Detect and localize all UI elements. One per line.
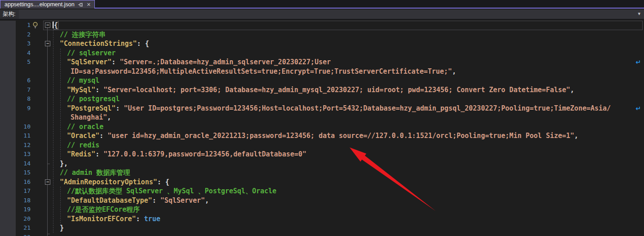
code-text: } — [53, 223, 64, 233]
code-line: 3−"ConnectionStrings": { — [0, 39, 644, 49]
line-number: 4 — [0, 49, 31, 58]
text-caret — [53, 22, 53, 28]
tab-bar: appsettings....elopment.json ✕ — [0, 0, 644, 9]
code-line: 19//是否监控EFCore程序 — [0, 205, 644, 214]
line-number: 18 — [0, 196, 31, 205]
code-text: { — [53, 21, 58, 30]
code-text: "IsMonitorEFCore": true — [53, 214, 160, 224]
code-line: Shanghai", — [0, 113, 644, 122]
code-text: Shanghai", — [53, 113, 111, 122]
code-line: 12// redis — [0, 141, 644, 150]
code-line: 13"Redis": "127.0.0.1:6379,password=1234… — [0, 150, 644, 159]
word-wrap-icon: ↵ — [635, 58, 641, 67]
code-text: // postgresql — [53, 94, 120, 104]
code-text: // 连接字符串 — [53, 30, 106, 40]
tab-title: appsettings....elopment.json — [4, 1, 75, 8]
code-line: 9"PostgreSql": "User ID=postgres;Passwor… — [0, 104, 644, 113]
code-text: // mysql — [53, 76, 99, 85]
code-line: 1 −{ — [0, 21, 644, 30]
fold-toggle[interactable]: − — [45, 41, 50, 46]
code-text: ID=sa;Password=123456;MultipleActiveResu… — [53, 67, 456, 76]
code-line: 14}, — [0, 159, 644, 169]
code-line: 8// postgresql — [0, 94, 644, 104]
code-editor[interactable]: 1 −{2// 连接字符串3−"ConnectionStrings": {4//… — [0, 21, 644, 236]
code-line: 6// mysql — [0, 76, 644, 85]
line-number: 3 — [0, 39, 31, 49]
line-number: 5 — [0, 58, 31, 67]
line-number: 16 — [0, 178, 31, 187]
line-number: 8 — [0, 94, 31, 104]
code-line: 16−"AdminRepositoryOptions": { — [0, 178, 644, 187]
line-number: 1 — [0, 21, 31, 30]
code-line: ID=sa;Password=123456;MultipleActiveResu… — [0, 67, 644, 76]
chevron-down-icon[interactable]: ▾ — [638, 11, 640, 17]
line-number: 2 — [0, 30, 31, 40]
line-number: 6 — [0, 76, 31, 85]
code-line: 17//默认数据库类型 SqlServer 、MySql 、PostgreSql… — [0, 187, 644, 196]
pin-icon[interactable] — [78, 2, 84, 8]
code-line: 11"Oracle": "user id=hzy_admin_oracle_20… — [0, 131, 644, 141]
code-line: 21} — [0, 223, 644, 233]
code-line: 2// 连接字符串 — [0, 30, 644, 40]
code-line: 10// oracle — [0, 122, 644, 132]
line-number: 15 — [0, 168, 31, 178]
lightbulb-icon — [32, 22, 39, 29]
code-text: //是否监控EFCore程序 — [53, 205, 140, 214]
code-text: // admin 数据库管理 — [53, 168, 130, 178]
schema-combobox[interactable]: ▾ — [19, 9, 644, 19]
line-number: 7 — [0, 85, 31, 95]
line-number: 20 — [0, 214, 31, 224]
document-tab[interactable]: appsettings....elopment.json ✕ — [0, 0, 95, 9]
word-wrap-icon: ↵ — [635, 104, 641, 113]
fold-toggle[interactable]: − — [45, 22, 50, 28]
fold-toggle[interactable]: − — [45, 179, 50, 185]
code-rows: 1 −{2// 连接字符串3−"ConnectionStrings": {4//… — [0, 21, 644, 236]
schema-label: 架构: — [0, 10, 19, 18]
code-text: "Oracle": "user id=hzy_admin_oracle_2022… — [53, 131, 578, 141]
line-number: 14 — [0, 159, 31, 169]
code-text: // sqlserver — [53, 49, 115, 58]
close-icon[interactable]: ✕ — [87, 2, 91, 7]
code-line: 7"MySql": "Server=localhost; port=3306; … — [0, 85, 644, 95]
code-text: // oracle — [53, 122, 103, 132]
line-number: 13 — [0, 150, 31, 159]
code-line: 5"SqlServer": "Server=.;Database=hzy_adm… — [0, 58, 644, 67]
code-text: // redis — [53, 141, 99, 150]
code-line: 22 — [0, 233, 644, 236]
code-text: "Redis": "127.0.0.1:6379,password=123456… — [53, 150, 306, 159]
code-text: "SqlServer": "Server=.;Database=hzy_admi… — [53, 58, 331, 67]
code-line: 15// admin 数据库管理 — [0, 168, 644, 178]
code-text: "PostgreSql": "User ID=postgres;Password… — [53, 104, 611, 113]
line-number: 12 — [0, 141, 31, 150]
code-text: }, — [53, 159, 68, 169]
code-line: 18"DefaultDatabaseType": "SqlServer", — [0, 196, 644, 205]
line-number: 9 — [0, 104, 31, 113]
line-number: 19 — [0, 205, 31, 214]
code-text: "MySql": "Server=localhost; port=3306; D… — [53, 85, 574, 95]
code-line: 4// sqlserver — [0, 49, 644, 58]
code-text: "AdminRepositoryOptions": { — [53, 178, 169, 187]
line-number: 11 — [0, 131, 31, 141]
line-number: 17 — [0, 187, 31, 196]
code-line: 20"IsMonitorEFCore": true — [0, 214, 644, 224]
code-text: "ConnectionStrings": { — [53, 39, 149, 49]
code-text: //默认数据库类型 SqlServer 、MySql 、PostgreSql、O… — [53, 187, 276, 196]
code-text: "DefaultDatabaseType": "SqlServer", — [53, 196, 209, 205]
line-number: 21 — [0, 223, 31, 233]
line-number: 10 — [0, 122, 31, 132]
line-number: 22 — [0, 233, 31, 236]
schema-bar: 架构: ▾ — [0, 9, 644, 20]
